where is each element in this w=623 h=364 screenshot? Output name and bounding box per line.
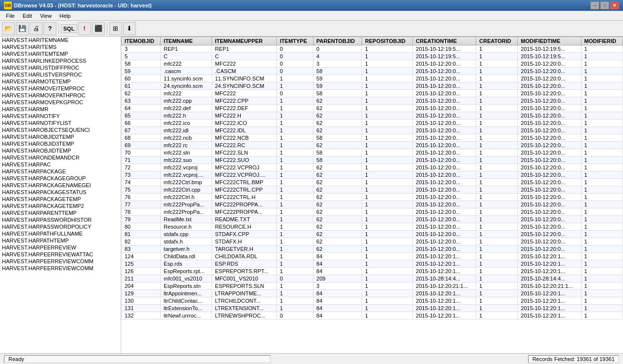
left-item[interactable]: HARVEST.HARLINKEDPROCESS — [0, 57, 121, 64]
sql-button[interactable]: SQL — [61, 24, 77, 33]
left-item[interactable]: HARVEST.HARMOTETEMP — [0, 78, 121, 85]
table-row[interactable]: 65mfc222.hMFC222.H16212015-10-12:20:0...… — [122, 112, 623, 120]
left-item[interactable]: HARVEST.HARNOTIFYLIST — [0, 120, 121, 126]
table-row[interactable]: 73mfc222.vcproj....MFC222.VCPROJ....1621… — [122, 171, 623, 179]
left-item[interactable]: HARVEST.HARMOVEPATHPROC — [0, 92, 121, 99]
stop-button[interactable]: ⬛ — [92, 22, 105, 35]
menu-item-edit[interactable]: Edit — [19, 12, 36, 20]
table-row[interactable]: 124ChildData.rdlCHILDDATA.RDL18412015-10… — [122, 253, 623, 260]
table-row[interactable]: 72mfc222.vcprojMFC222.VCPROJ16212015-10-… — [122, 164, 623, 171]
table-row[interactable]: 6124.syncinfo.scm24.SYNCINFO.SCM15912015… — [122, 82, 623, 90]
left-item[interactable]: HARVEST.HARPACKAGENAMEGEI — [0, 182, 121, 189]
left-item[interactable]: HARVEST.HARPEERREVIEWCOMM — [0, 258, 121, 265]
table-row[interactable]: 130ltrChildContac...LTRCHILDCONT...18412… — [122, 297, 623, 305]
table-row[interactable]: 204EspReports.slnESPREPORTS.SLN1312015-1… — [122, 283, 623, 290]
column-header-modifierid[interactable]: MODIFIERID — [581, 37, 623, 45]
left-item[interactable]: HARVEST.HAROBJECTSEQUENCI — [0, 126, 121, 133]
maximize-button[interactable]: □ — [600, 1, 609, 9]
table-row[interactable]: 82stdafx.hSTDAFX.H16212015-10-12:20:0...… — [122, 238, 623, 245]
left-item[interactable]: HARVEST.HAROBJID2TEMP — [0, 133, 121, 140]
table-row[interactable]: 211mfc001_vs2010MFC001_VS2010020912015-1… — [122, 275, 623, 283]
table-row[interactable]: 59.cascm.CASCM05812015-10-12:20:0...1201… — [122, 68, 623, 75]
left-item[interactable]: HARVEST.HARMR — [0, 106, 121, 113]
table-row[interactable]: 74mfc222Ctrl.bmpMFC222CTRL.BMP16212015-1… — [122, 179, 623, 186]
left-item[interactable]: HARVEST.HARPACKAGE — [0, 168, 121, 175]
table-row[interactable]: 126EspReports.rpt...ESPREPORTS.RPT...184… — [122, 268, 623, 275]
table-row[interactable]: 66mfc222.icoMFC222.ICO16212015-10-12:20:… — [122, 120, 623, 127]
print-button[interactable]: 🖨 — [30, 22, 43, 35]
left-item[interactable]: HARVEST.HARLISTVERSPROC — [0, 71, 121, 78]
execute-button[interactable]: ! — [78, 22, 91, 35]
table-row[interactable]: 62mfc222MFC22205812015-10-12:20:0...1201… — [122, 90, 623, 97]
left-item[interactable]: HARVEST.HARMOVEPKGPROC — [0, 99, 121, 106]
table-row[interactable]: 70mfc222.slnMFC222.SLN15812015-10-12:20:… — [122, 149, 623, 157]
column-header-itemobjid[interactable]: ITEMOBJID — [122, 37, 161, 45]
left-item[interactable]: HARVEST.HARPATHFULLNAME — [0, 230, 121, 237]
table-row[interactable]: 76mfc222Ctrl.hMFC222CTRL.H16212015-10-12… — [122, 194, 623, 201]
table-row[interactable]: 129ltrAppointmen...LTRAPPOINTME...184120… — [122, 290, 623, 297]
table-row[interactable]: 125Esp.rdsESP.RDS18412015-10-12:20:1...1… — [122, 260, 623, 268]
columns-button[interactable]: ⊞ — [109, 22, 122, 35]
table-row[interactable]: 83targetver.hTARGETVER.H16212015-10-12:2… — [122, 245, 623, 253]
left-item[interactable]: HARVEST.HARNOTIFY — [0, 113, 121, 120]
column-header-itemname[interactable]: ITEMNAME — [161, 37, 212, 45]
table-row[interactable]: 71mfc222.suoMFC222.SUO15812015-10-12:20:… — [122, 157, 623, 164]
left-item[interactable]: HARVEST.HARLISTDIFFPROC — [0, 64, 121, 71]
open-button[interactable]: 📂 — [2, 22, 15, 35]
table-row[interactable]: 63mfc222.cppMFC222.CPP16212015-10-12:20:… — [122, 97, 623, 105]
table-row[interactable]: 79ReadMe.txtREADME.TXT16212015-10-12:20:… — [122, 216, 623, 223]
table-row[interactable]: 67mfc222.idlMFC222.IDL16212015-10-12:20:… — [122, 127, 623, 134]
left-item[interactable]: HARVEST.HARITEMS — [0, 43, 121, 50]
table-row[interactable]: 5CC0412015-10-12:19:5...12015-10-12:19:5… — [122, 53, 623, 60]
table-row[interactable]: 131ltrExtensionTo...LTREXTENSIONT...1841… — [122, 305, 623, 312]
left-item[interactable]: HARVEST.HARMOVEITEMPROC — [0, 85, 121, 92]
left-item[interactable]: HARVEST.HARPASSWORDPOLICY — [0, 223, 121, 230]
menu-item-help[interactable]: Help — [55, 12, 75, 20]
export-button[interactable]: ⬇ — [123, 22, 136, 35]
help-button[interactable]: ? — [44, 22, 56, 35]
table-row[interactable]: 64mfc222.defMFC222.DEF16212015-10-12:20:… — [122, 105, 623, 112]
data-table-container[interactable]: ITEMOBJIDITEMNAMEITEMNAMEUPPERITEMTYPEPA… — [121, 37, 623, 353]
table-row[interactable]: 3REP1REP10012015-10-12:19:5...12015-10-1… — [122, 45, 623, 53]
left-item[interactable]: HARVEST.HARONDEMANDCR — [0, 154, 121, 161]
table-row[interactable]: 81stdafx.cppSTDAFX.CPP16212015-10-12:20:… — [122, 231, 623, 238]
column-header-modifiedtime[interactable]: MODIFIEDTIME — [518, 37, 581, 45]
table-row[interactable]: 75mfc222Ctrl.cppMFC222CTRL.CPP16212015-1… — [122, 186, 623, 194]
left-item[interactable]: HARVEST.HARPEERREVIEWCOMM — [0, 265, 121, 272]
column-header-creationtime[interactable]: CREATIONTIME — [413, 37, 476, 45]
column-header-parentobjid[interactable]: PARENTOBJID — [313, 37, 362, 45]
table-row[interactable]: 77mfc222PropPa...MFC222PROPPA...16212015… — [122, 201, 623, 208]
left-item[interactable]: HARVEST.HARPACKAGETEMP — [0, 196, 121, 202]
column-header-creatorid[interactable]: CREATORID — [476, 37, 518, 45]
menu-item-file[interactable]: File — [2, 12, 19, 20]
table-cell: 1 — [362, 253, 413, 260]
left-item[interactable]: HARVEST.HAROBJID3TEMP — [0, 140, 121, 147]
left-item[interactable]: HARVEST.HARPACKAGETEMP2 — [0, 202, 121, 209]
left-item[interactable]: HARVEST.HARPARENTTEMP — [0, 209, 121, 216]
table-row[interactable]: 6011.syncinfo.scm11.SYNCINFO.SCM15912015… — [122, 75, 623, 82]
left-item[interactable]: HARVEST.HARPACKAGEGROUP — [0, 175, 121, 182]
table-row[interactable]: 69mfc222.rcMFC222.RC16212015-10-12:20:0.… — [122, 142, 623, 149]
minimize-button[interactable]: ─ — [590, 1, 599, 9]
close-button[interactable]: ✕ — [610, 1, 619, 9]
left-item[interactable]: HARVEST.HARPATHTEMP — [0, 237, 121, 244]
table-row[interactable]: 132ltrNewf.urrroc...LTRNEWSHPROC...08412… — [122, 312, 623, 320]
column-header-itemnameupper[interactable]: ITEMNAMEUPPER — [212, 37, 276, 45]
left-item[interactable]: HARVEST.HARITEMTEMP — [0, 50, 121, 57]
left-item[interactable]: HARVEST.HARPAC — [0, 161, 121, 168]
table-row[interactable]: 78mfc222PropPa...MFC222PROPPA...16212015… — [122, 208, 623, 216]
left-item[interactable]: HARVEST.HARPASSWORDHISTOR — [0, 216, 121, 223]
left-item[interactable]: HARVEST.HAROBJIDTEMP — [0, 147, 121, 154]
table-row[interactable]: 80Resource.hRESOURCE.H16212015-10-12:20:… — [122, 223, 623, 231]
save-button[interactable]: 💾 — [16, 22, 29, 35]
left-panel-list[interactable]: HARVEST.HARITEMNAMEHARVEST.HARITEMSHARVE… — [0, 37, 121, 353]
left-item[interactable]: HARVEST.HARPEERREVIEWATTAC — [0, 251, 121, 258]
left-item[interactable]: HARVEST.HARPEERREVIEW — [0, 244, 121, 251]
column-header-repositobjid[interactable]: REPOSITOBJID — [362, 37, 413, 45]
left-item[interactable]: HARVEST.HARITEMNAME — [0, 37, 121, 43]
table-row[interactable]: 68mfc222.ncbMFC222.NCB15812015-10-12:20:… — [122, 134, 623, 142]
column-header-itemtype[interactable]: ITEMTYPE — [277, 37, 313, 45]
table-row[interactable]: 58mfc222MFC2220312015-10-12:20:0...12015… — [122, 60, 623, 68]
left-item[interactable]: HARVEST.HARPACKAGESTATUS — [0, 189, 121, 196]
menu-item-view[interactable]: View — [36, 12, 56, 20]
